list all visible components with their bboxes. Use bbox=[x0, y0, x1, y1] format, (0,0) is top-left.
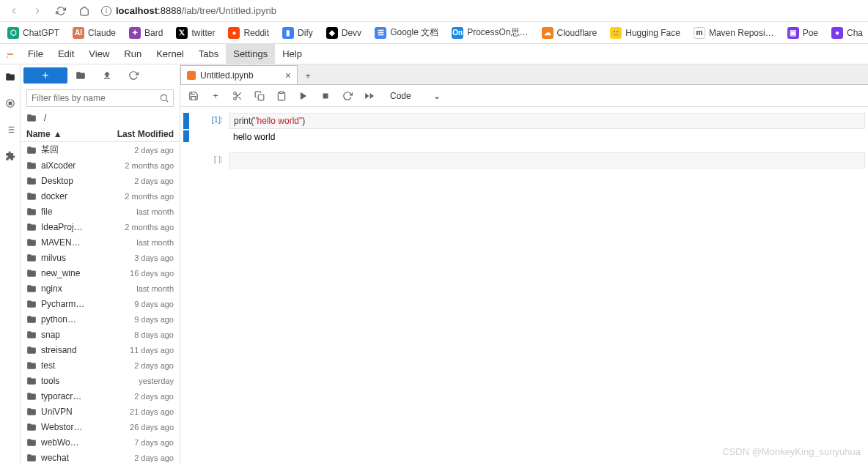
cell-input[interactable] bbox=[229, 152, 865, 168]
bookmark-item[interactable]: 🙂Hugging Face bbox=[610, 27, 680, 39]
menu-edit[interactable]: Edit bbox=[51, 44, 81, 64]
file-row[interactable]: docker2 months ago bbox=[21, 188, 180, 204]
file-row[interactable]: MAVEN…last month bbox=[21, 234, 180, 250]
menu-file[interactable]: File bbox=[21, 44, 51, 64]
bookmark-item[interactable]: ●Reddit bbox=[228, 27, 269, 39]
bookmark-item[interactable]: ✦Bard bbox=[129, 27, 163, 39]
home-button[interactable] bbox=[78, 4, 91, 18]
file-modified: 2 days ago bbox=[134, 177, 174, 185]
file-row[interactable]: new_wine16 days ago bbox=[21, 265, 180, 281]
interrupt-button[interactable] bbox=[320, 91, 331, 101]
file-row[interactable]: 某回2 days ago bbox=[21, 142, 180, 158]
file-row[interactable]: webWo…7 days ago bbox=[21, 434, 180, 450]
file-row[interactable]: Pycharm…9 days ago bbox=[21, 296, 180, 311]
svg-point-1 bbox=[7, 56, 8, 58]
file-modified: 2 days ago bbox=[134, 453, 174, 462]
file-row[interactable]: nginxlast month bbox=[21, 281, 180, 296]
tab-notebook[interactable]: Untitled.ipynb × bbox=[180, 65, 298, 84]
svg-point-0 bbox=[10, 50, 10, 51]
file-name: python… bbox=[41, 314, 134, 325]
restart-button[interactable] bbox=[342, 91, 353, 101]
menu-tabs[interactable]: Tabs bbox=[191, 44, 226, 64]
file-row[interactable]: IdeaProj…2 months ago bbox=[21, 219, 180, 234]
close-tab-button[interactable]: × bbox=[285, 70, 291, 81]
file-row[interactable]: wechat2 days ago bbox=[21, 450, 180, 463]
bookmark-item[interactable]: ▣Poe bbox=[787, 27, 818, 39]
forward-button[interactable] bbox=[31, 4, 44, 18]
file-row[interactable]: python…9 days ago bbox=[21, 311, 180, 327]
menu-run[interactable]: Run bbox=[117, 44, 149, 64]
code-cell[interactable]: [1]: print("hello world") bbox=[183, 113, 865, 129]
folder-icon bbox=[26, 345, 37, 355]
new-folder-button[interactable] bbox=[67, 67, 94, 84]
folder-icon bbox=[26, 422, 37, 432]
bookmark-item[interactable]: ⬡ChatGPT bbox=[7, 27, 59, 39]
file-name: Webstor… bbox=[41, 422, 130, 432]
running-icon[interactable] bbox=[4, 97, 17, 110]
column-name[interactable]: Name ▲ bbox=[26, 129, 117, 139]
menu-view[interactable]: View bbox=[81, 44, 117, 64]
file-row[interactable]: UniVPN21 days ago bbox=[21, 404, 180, 419]
cut-button[interactable] bbox=[232, 91, 243, 101]
file-row[interactable]: streisand11 days ago bbox=[21, 342, 180, 358]
restart-run-all-button[interactable] bbox=[364, 91, 375, 101]
bookmark-item[interactable]: ▮Dify bbox=[282, 27, 313, 39]
svg-marker-22 bbox=[365, 92, 369, 98]
paste-button[interactable] bbox=[276, 91, 287, 101]
insert-cell-button[interactable]: + bbox=[210, 90, 221, 101]
file-row[interactable]: Desktop2 days ago bbox=[21, 173, 180, 188]
folder-icon bbox=[26, 207, 37, 217]
reload-button[interactable] bbox=[54, 4, 67, 18]
bookmark-item[interactable]: mMaven Reposi… bbox=[694, 27, 774, 39]
cell-output-row: hello world bbox=[183, 130, 865, 142]
toc-icon[interactable] bbox=[4, 123, 17, 136]
cell-input[interactable]: print("hello world") bbox=[229, 113, 865, 129]
bookmark-item[interactable]: ●Cha bbox=[831, 27, 863, 39]
filebrowser-icon[interactable] bbox=[4, 70, 17, 84]
menu-help[interactable]: Help bbox=[275, 44, 309, 64]
code-cell[interactable]: [ ]: bbox=[183, 152, 865, 168]
file-row[interactable]: snap8 days ago bbox=[21, 327, 180, 342]
file-row[interactable]: typoracr…2 days ago bbox=[21, 388, 180, 404]
folder-icon bbox=[26, 160, 37, 171]
menu-kernel[interactable]: Kernel bbox=[149, 44, 191, 64]
bookmark-item[interactable]: OnProcessOn思… bbox=[452, 26, 528, 39]
back-button[interactable] bbox=[7, 4, 21, 18]
bookmark-item[interactable]: ☁Cloudflare bbox=[542, 27, 597, 39]
bookmark-item[interactable]: ◆Devv bbox=[326, 27, 361, 39]
file-row[interactable]: milvus3 days ago bbox=[21, 250, 180, 265]
favicon: AI bbox=[73, 27, 84, 39]
file-row[interactable]: test2 days ago bbox=[21, 358, 180, 373]
bookmark-item[interactable]: ☰Google 文档 bbox=[375, 26, 438, 39]
upload-button[interactable] bbox=[94, 67, 120, 84]
new-launcher-button[interactable]: + bbox=[23, 67, 67, 84]
svg-rect-3 bbox=[9, 102, 12, 105]
save-button[interactable] bbox=[188, 91, 199, 101]
copy-button[interactable] bbox=[254, 91, 265, 101]
file-modified: 16 days ago bbox=[130, 269, 174, 278]
file-row[interactable]: filelast month bbox=[21, 204, 180, 219]
file-row[interactable]: aiXcoder2 months ago bbox=[21, 158, 180, 173]
filter-input[interactable] bbox=[26, 89, 174, 107]
extensions-icon[interactable] bbox=[4, 149, 17, 163]
refresh-button[interactable] bbox=[120, 67, 147, 84]
file-row[interactable]: toolsyesterday bbox=[21, 373, 180, 388]
jupyter-logo[interactable] bbox=[0, 44, 21, 64]
run-button[interactable] bbox=[298, 91, 309, 101]
celltype-select[interactable]: Code⌄ bbox=[386, 89, 445, 103]
file-row[interactable]: Webstor…26 days ago bbox=[21, 419, 180, 434]
column-modified[interactable]: Last Modified bbox=[117, 129, 174, 139]
file-modified: 2 months ago bbox=[125, 161, 174, 170]
file-name: milvus bbox=[41, 253, 134, 263]
bookmark-item[interactable]: AIClaude bbox=[73, 27, 116, 39]
bookmark-item[interactable]: 𝕏twitter bbox=[176, 27, 215, 39]
address-bar[interactable]: i localhost:8888/lab/tree/Untitled.ipynb bbox=[101, 5, 276, 16]
notebook-toolbar: + Code⌄ bbox=[180, 85, 868, 107]
sort-asc-icon: ▲ bbox=[54, 129, 62, 139]
add-tab-button[interactable]: + bbox=[299, 67, 317, 84]
breadcrumb[interactable]: / bbox=[21, 110, 180, 126]
favicon: ● bbox=[831, 27, 843, 39]
menu-settings[interactable]: Settings bbox=[226, 44, 275, 64]
site-info-icon[interactable]: i bbox=[101, 6, 111, 16]
file-name: IdeaProj… bbox=[41, 222, 125, 232]
